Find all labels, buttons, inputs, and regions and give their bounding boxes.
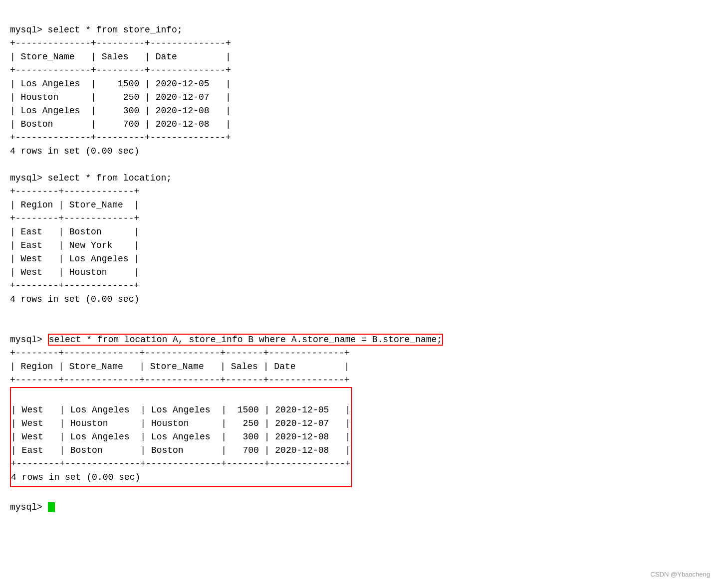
table1-header: | Store_Name | Sales | Date | — [10, 52, 231, 62]
table3-row3: | West | Los Angeles | Los Angeles | 300… — [11, 432, 351, 442]
table1-row3: | Los Angeles | 300 | 2020-12-08 | — [10, 106, 231, 116]
result-box-outer: | West | Los Angeles | Los Angeles | 150… — [10, 387, 352, 487]
table2-row2: | East | New York | — [10, 240, 139, 250]
table2-rowcount: 4 rows in set (0.00 sec) — [10, 294, 139, 304]
table2-header: | Region | Store_Name | — [10, 200, 139, 210]
table3-border-top: +--------+--------------+--------------+… — [10, 348, 350, 358]
table2-row1: | East | Boston | — [10, 227, 139, 237]
table3-rowcount: 4 rows in set (0.00 sec) — [11, 472, 140, 482]
table2-row4: | West | Houston | — [10, 267, 139, 277]
terminal-output: mysql> select * from store_info; +------… — [10, 10, 710, 320]
query3-text: select * from location A, store_info B w… — [48, 334, 444, 346]
table3-row2: | West | Houston | Houston | 250 | 2020-… — [11, 418, 351, 428]
table1-border-top: +--------------+---------+--------------… — [10, 38, 231, 48]
table1-border-bot: +--------------+---------+--------------… — [10, 133, 231, 143]
table2-border-bot: +--------+-------------+ — [10, 281, 139, 291]
table1-rowcount: 4 rows in set (0.00 sec) — [10, 146, 139, 156]
table1-border-mid: +--------------+---------+--------------… — [10, 65, 231, 75]
table3-border-mid: +--------+--------------+--------------+… — [10, 375, 350, 385]
query1-line: mysql> select * from store_info; — [10, 25, 183, 35]
table1-row1: | Los Angeles | 1500 | 2020-12-05 | — [10, 79, 231, 89]
table3-row4: | East | Boston | Boston | 700 | 2020-12… — [11, 445, 351, 455]
final-prompt: mysql> — [10, 502, 48, 512]
table1-row4: | Boston | 700 | 2020-12-08 | — [10, 119, 231, 129]
table2-border-top: +--------+-------------+ — [10, 187, 139, 196]
query3-section: mysql> select * from location A, store_i… — [10, 320, 710, 514]
table3-border-bot: +--------+--------------+--------------+… — [11, 459, 351, 469]
watermark: CSDN @Ybaocheng — [651, 571, 710, 578]
table3-row1: | West | Los Angeles | Los Angeles | 150… — [11, 405, 351, 415]
table1-row2: | Houston | 250 | 2020-12-07 | — [10, 92, 231, 102]
query3-prompt: mysql> — [10, 335, 48, 345]
table3-header: | Region | Store_Name | Store_Name | Sal… — [10, 362, 350, 372]
table2-row3: | West | Los Angeles | — [10, 254, 139, 264]
table2-border-mid: +--------+-------------+ — [10, 213, 139, 223]
cursor — [48, 502, 55, 512]
query2-line: mysql> select * from location; — [10, 173, 172, 183]
